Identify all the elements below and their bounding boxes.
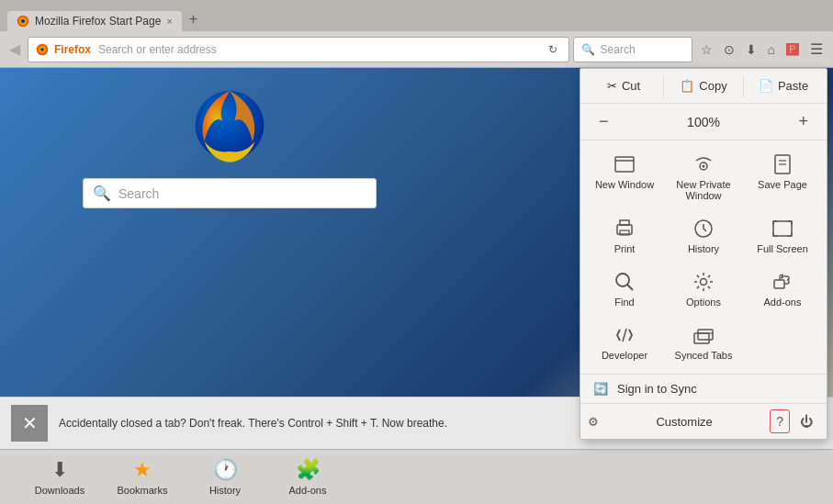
menu-grid-item-add-ons[interactable]: Add-ons: [744, 263, 821, 315]
firefox-label: Firefox: [54, 43, 91, 56]
page-search-icon: 🔍: [93, 185, 111, 202]
menu-item-label-full-screen: Full Screen: [757, 243, 808, 254]
back-button[interactable]: ◀: [6, 37, 24, 62]
find-icon: [613, 271, 636, 293]
page-search-input[interactable]: Search: [118, 186, 159, 201]
history-menu-icon: [692, 218, 715, 240]
cut-button[interactable]: ✂ Cut: [584, 74, 663, 97]
paste-label: Paste: [778, 79, 808, 93]
svg-rect-18: [773, 221, 792, 236]
alert-text: Accidentally closed a tab? Don't freak. …: [59, 417, 447, 430]
cut-label: Cut: [622, 79, 640, 93]
sign-in-label: Sign in to Sync: [617, 382, 697, 396]
full-screen-icon: [771, 218, 794, 240]
search-icon: 🔍: [581, 43, 595, 56]
downloads-icon: ⬇: [51, 458, 68, 482]
zoom-in-button[interactable]: +: [787, 108, 819, 135]
menu-item-label-find: Find: [614, 297, 634, 308]
menu-grid-item-options[interactable]: Options: [665, 263, 742, 315]
clipboard-row: ✂ Cut 📋 Copy 📄 Paste: [580, 69, 827, 104]
print-icon: [613, 218, 636, 240]
bottom-item-history[interactable]: 🕐 History: [184, 454, 266, 500]
history-label: History: [209, 485, 241, 496]
svg-rect-22: [774, 280, 784, 288]
bottom-item-downloads[interactable]: ⬇ Downloads: [18, 454, 101, 500]
download-button[interactable]: ⬇: [741, 38, 761, 61]
page-search-box[interactable]: 🔍 Search: [83, 178, 377, 208]
pocket-button[interactable]: 🅿: [782, 38, 804, 61]
svg-rect-25: [698, 330, 713, 340]
svg-rect-15: [620, 220, 629, 225]
menu-grid-item-save-page[interactable]: Save Page: [744, 146, 821, 208]
bottom-item-bookmarks[interactable]: ★ Bookmarks: [101, 454, 184, 500]
copy-button[interactable]: 📋 Copy: [664, 74, 743, 97]
search-bar[interactable]: 🔍 Search: [573, 37, 692, 62]
active-tab[interactable]: Mozilla Firefox Start Page ×: [7, 11, 182, 31]
synced-tabs-icon: [692, 324, 715, 346]
svg-rect-24: [694, 333, 709, 343]
save-page-icon: [771, 153, 794, 175]
tab-title: Mozilla Firefox Start Page: [35, 15, 161, 28]
url-input[interactable]: Search or enter address: [98, 43, 539, 56]
menu-grid-item-new-private-window[interactable]: New Private Window: [665, 146, 742, 208]
firefox-logo-area: 🔍 Search: [46, 77, 413, 208]
dropdown-menu: ✂ Cut 📋 Copy 📄 Paste − 100% + New Window…: [580, 68, 827, 440]
history-icon: 🕐: [213, 458, 238, 482]
paste-button[interactable]: 📄 Paste: [744, 74, 823, 97]
tab-close-button[interactable]: ×: [166, 16, 172, 27]
customize-icon: ⚙: [588, 415, 599, 429]
svg-point-5: [40, 48, 43, 50]
menu-grid-item-print[interactable]: Print: [586, 210, 663, 262]
history-pocket-button[interactable]: ⊙: [719, 38, 739, 61]
zoom-out-button[interactable]: −: [588, 108, 620, 135]
bottom-item-addons[interactable]: 🧩 Add-ons: [266, 454, 349, 500]
menu-item-label-new-window: New Window: [595, 179, 654, 190]
paste-icon: 📄: [759, 79, 773, 93]
reload-button[interactable]: ↻: [545, 41, 561, 58]
menu-grid-item-full-screen[interactable]: Full Screen: [744, 210, 821, 262]
new-tab-button[interactable]: +: [182, 7, 205, 31]
new-private-window-icon: [692, 153, 715, 175]
home-button[interactable]: ⌂: [763, 38, 780, 61]
menu-footer: ⚙ Customize ? ⏻: [580, 403, 827, 439]
zoom-value: 100%: [620, 115, 788, 129]
search-input[interactable]: Search: [601, 43, 636, 56]
options-icon: [692, 271, 715, 293]
bookmark-button[interactable]: ☆: [696, 38, 717, 61]
firefox-logo: [184, 77, 276, 169]
menu-grid-item-developer[interactable]: Developer: [586, 317, 663, 368]
menu-item-label-add-ons: Add-ons: [764, 297, 802, 308]
addons-label: Add-ons: [289, 485, 327, 496]
menu-grid-item-synced-tabs[interactable]: Synced Tabs: [665, 317, 742, 368]
menu-grid-item-new-window[interactable]: New Window: [586, 146, 663, 208]
menu-item-label-history: History: [688, 243, 719, 254]
zoom-row: − 100% +: [580, 104, 827, 140]
svg-point-10: [703, 165, 705, 168]
menu-grid-item-find[interactable]: Find: [586, 263, 663, 315]
url-bar[interactable]: Firefox Search or enter address ↻: [28, 37, 569, 62]
menu-item-label-synced-tabs: Synced Tabs: [675, 350, 733, 361]
menu-item-label-save-page: Save Page: [758, 179, 807, 190]
svg-point-19: [616, 274, 629, 286]
bottom-bar: ⬇ Downloads ★ Bookmarks 🕐 History 🧩 Add-…: [0, 449, 833, 504]
menu-item-label-print: Print: [614, 243, 636, 254]
menu-grid-item-history[interactable]: History: [665, 210, 742, 262]
sign-in-icon: 🔄: [593, 382, 608, 396]
menu-button[interactable]: ☰: [805, 38, 827, 61]
menu-item-label-new-private-window: New Private Window: [669, 179, 738, 201]
svg-point-2: [21, 19, 25, 23]
addons-menu-icon: [771, 271, 794, 293]
firefox-url-icon: [36, 43, 49, 56]
copy-label: Copy: [699, 79, 726, 93]
addons-icon: 🧩: [296, 458, 321, 482]
sign-in-item[interactable]: 🔄 Sign in to Sync: [580, 374, 827, 403]
downloads-label: Downloads: [35, 485, 84, 496]
help-button[interactable]: ?: [770, 409, 790, 433]
menu-item-label-options: Options: [686, 297, 721, 308]
cut-icon: ✂: [607, 79, 617, 93]
power-button[interactable]: ⏻: [794, 409, 819, 433]
bookmarks-icon: ★: [133, 458, 152, 482]
firefox-tab-icon: [17, 15, 29, 28]
customize-label: Customize: [656, 415, 712, 429]
svg-line-23: [623, 329, 626, 342]
